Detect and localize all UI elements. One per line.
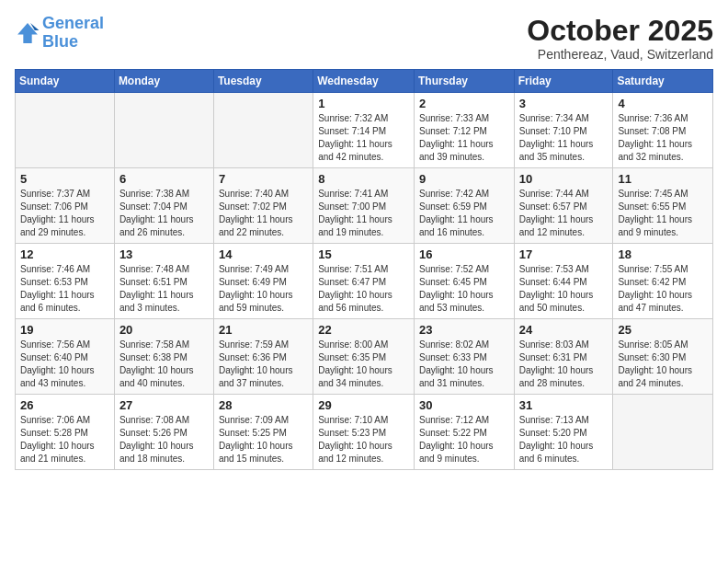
day-info: Sunrise: 7:46 AM Sunset: 6:53 PM Dayligh… [20, 263, 109, 315]
day-info: Sunrise: 7:10 AM Sunset: 5:23 PM Dayligh… [318, 414, 409, 465]
day-number: 1 [318, 97, 409, 110]
day-cell: 31Sunrise: 7:13 AM Sunset: 5:20 PM Dayli… [514, 395, 613, 470]
week-row-4: 19Sunrise: 7:56 AM Sunset: 6:40 PM Dayli… [16, 319, 713, 395]
day-info: Sunrise: 7:32 AM Sunset: 7:14 PM Dayligh… [318, 112, 409, 164]
day-cell: 17Sunrise: 7:53 AM Sunset: 6:44 PM Dayli… [514, 244, 613, 319]
logo-icon [15, 20, 40, 46]
day-number: 18 [618, 247, 708, 261]
day-cell [213, 93, 313, 168]
day-number: 28 [219, 398, 308, 412]
day-info: Sunrise: 7:06 AM Sunset: 5:28 PM Dayligh… [20, 414, 109, 465]
day-number: 14 [219, 247, 308, 261]
day-info: Sunrise: 7:40 AM Sunset: 7:02 PM Dayligh… [219, 188, 308, 239]
day-cell: 30Sunrise: 7:12 AM Sunset: 5:22 PM Dayli… [414, 395, 514, 470]
day-info: Sunrise: 7:45 AM Sunset: 6:55 PM Dayligh… [618, 188, 708, 239]
svg-marker-0 [17, 23, 38, 43]
day-number: 29 [318, 398, 409, 412]
day-info: Sunrise: 8:05 AM Sunset: 6:30 PM Dayligh… [618, 339, 708, 390]
day-number: 9 [419, 172, 509, 186]
day-cell [114, 93, 213, 168]
day-info: Sunrise: 7:38 AM Sunset: 7:04 PM Dayligh… [119, 188, 209, 239]
day-number: 6 [119, 172, 209, 186]
day-number: 3 [519, 97, 609, 110]
day-info: Sunrise: 7:12 AM Sunset: 5:22 PM Dayligh… [419, 414, 509, 465]
day-cell: 13Sunrise: 7:48 AM Sunset: 6:51 PM Dayli… [114, 244, 213, 319]
day-number: 8 [318, 172, 409, 186]
day-info: Sunrise: 7:37 AM Sunset: 7:06 PM Dayligh… [20, 188, 109, 239]
day-number: 20 [119, 323, 209, 337]
title-block: October 2025 Penthereaz, Vaud, Switzerla… [527, 15, 713, 62]
day-number: 13 [119, 247, 209, 261]
page: General Blue October 2025 Penthereaz, Va… [0, 0, 728, 477]
logo-blue: Blue [42, 32, 78, 51]
day-cell: 10Sunrise: 7:44 AM Sunset: 6:57 PM Dayli… [514, 168, 613, 244]
day-number: 5 [20, 172, 109, 186]
day-info: Sunrise: 7:56 AM Sunset: 6:40 PM Dayligh… [20, 339, 109, 390]
day-cell: 8Sunrise: 7:41 AM Sunset: 7:00 PM Daylig… [313, 168, 415, 244]
day-cell: 15Sunrise: 7:51 AM Sunset: 6:47 PM Dayli… [313, 244, 415, 319]
day-number: 30 [419, 398, 509, 412]
day-info: Sunrise: 7:44 AM Sunset: 6:57 PM Dayligh… [519, 188, 609, 239]
day-cell: 23Sunrise: 8:02 AM Sunset: 6:33 PM Dayli… [414, 319, 514, 395]
calendar-table: SundayMondayTuesdayWednesdayThursdayFrid… [15, 69, 713, 470]
day-number: 10 [519, 172, 609, 186]
day-number: 4 [618, 97, 708, 110]
day-info: Sunrise: 8:00 AM Sunset: 6:35 PM Dayligh… [318, 339, 409, 390]
location: Penthereaz, Vaud, Switzerland [527, 47, 713, 62]
day-info: Sunrise: 7:55 AM Sunset: 6:42 PM Dayligh… [618, 263, 708, 315]
day-cell: 7Sunrise: 7:40 AM Sunset: 7:02 PM Daylig… [213, 168, 313, 244]
weekday-wednesday: Wednesday [313, 70, 415, 93]
day-info: Sunrise: 7:13 AM Sunset: 5:20 PM Dayligh… [519, 414, 609, 465]
day-cell: 29Sunrise: 7:10 AM Sunset: 5:23 PM Dayli… [313, 395, 415, 470]
day-info: Sunrise: 7:42 AM Sunset: 6:59 PM Dayligh… [419, 188, 509, 239]
day-number: 27 [119, 398, 209, 412]
day-info: Sunrise: 7:52 AM Sunset: 6:45 PM Dayligh… [419, 263, 509, 315]
day-info: Sunrise: 8:03 AM Sunset: 6:31 PM Dayligh… [519, 339, 609, 390]
day-cell: 14Sunrise: 7:49 AM Sunset: 6:49 PM Dayli… [213, 244, 313, 319]
logo: General Blue [15, 15, 104, 52]
day-cell: 5Sunrise: 7:37 AM Sunset: 7:06 PM Daylig… [16, 168, 115, 244]
day-info: Sunrise: 7:08 AM Sunset: 5:26 PM Dayligh… [119, 414, 209, 465]
day-number: 22 [318, 323, 409, 337]
day-info: Sunrise: 7:53 AM Sunset: 6:44 PM Dayligh… [519, 263, 609, 315]
day-cell: 1Sunrise: 7:32 AM Sunset: 7:14 PM Daylig… [313, 93, 415, 168]
day-info: Sunrise: 7:59 AM Sunset: 6:36 PM Dayligh… [219, 339, 308, 390]
week-row-2: 5Sunrise: 7:37 AM Sunset: 7:06 PM Daylig… [16, 168, 713, 244]
day-cell: 22Sunrise: 8:00 AM Sunset: 6:35 PM Dayli… [313, 319, 415, 395]
week-row-5: 26Sunrise: 7:06 AM Sunset: 5:28 PM Dayli… [16, 395, 713, 470]
day-info: Sunrise: 7:51 AM Sunset: 6:47 PM Dayligh… [318, 263, 409, 315]
day-number: 24 [519, 323, 609, 337]
day-number: 25 [618, 323, 708, 337]
day-cell: 27Sunrise: 7:08 AM Sunset: 5:26 PM Dayli… [114, 395, 213, 470]
weekday-header-row: SundayMondayTuesdayWednesdayThursdayFrid… [16, 70, 713, 93]
day-info: Sunrise: 7:41 AM Sunset: 7:00 PM Dayligh… [318, 188, 409, 239]
day-info: Sunrise: 7:33 AM Sunset: 7:12 PM Dayligh… [419, 112, 509, 164]
day-number: 19 [20, 323, 109, 337]
day-number: 17 [519, 247, 609, 261]
weekday-sunday: Sunday [16, 70, 115, 93]
week-row-1: 1Sunrise: 7:32 AM Sunset: 7:14 PM Daylig… [16, 93, 713, 168]
weekday-saturday: Saturday [613, 70, 713, 93]
day-cell [16, 93, 115, 168]
day-number: 2 [419, 97, 509, 110]
day-number: 15 [318, 247, 409, 261]
weekday-monday: Monday [114, 70, 213, 93]
week-row-3: 12Sunrise: 7:46 AM Sunset: 6:53 PM Dayli… [16, 244, 713, 319]
day-number: 21 [219, 323, 308, 337]
day-info: Sunrise: 7:36 AM Sunset: 7:08 PM Dayligh… [618, 112, 708, 164]
header: General Blue October 2025 Penthereaz, Va… [15, 15, 713, 62]
weekday-tuesday: Tuesday [213, 70, 313, 93]
day-cell: 12Sunrise: 7:46 AM Sunset: 6:53 PM Dayli… [16, 244, 115, 319]
day-number: 7 [219, 172, 308, 186]
day-cell: 3Sunrise: 7:34 AM Sunset: 7:10 PM Daylig… [514, 93, 613, 168]
day-cell: 16Sunrise: 7:52 AM Sunset: 6:45 PM Dayli… [414, 244, 514, 319]
logo-text: General Blue [42, 15, 104, 52]
day-cell: 26Sunrise: 7:06 AM Sunset: 5:28 PM Dayli… [16, 395, 115, 470]
weekday-thursday: Thursday [414, 70, 514, 93]
day-info: Sunrise: 7:09 AM Sunset: 5:25 PM Dayligh… [219, 414, 308, 465]
day-number: 16 [419, 247, 509, 261]
day-cell: 11Sunrise: 7:45 AM Sunset: 6:55 PM Dayli… [613, 168, 713, 244]
day-cell: 9Sunrise: 7:42 AM Sunset: 6:59 PM Daylig… [414, 168, 514, 244]
day-cell: 2Sunrise: 7:33 AM Sunset: 7:12 PM Daylig… [414, 93, 514, 168]
day-cell: 19Sunrise: 7:56 AM Sunset: 6:40 PM Dayli… [16, 319, 115, 395]
